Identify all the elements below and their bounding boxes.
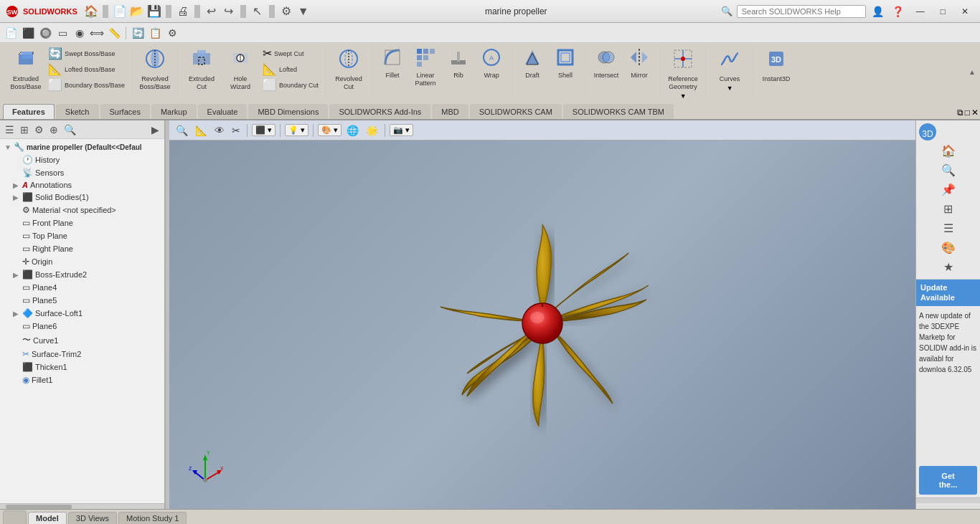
zoom-fit-icon[interactable]: 🔍 [174,123,190,138]
get-update-button[interactable]: Get the... [919,466,977,495]
tree-item-surface-loft1[interactable]: ▶ 🔷 Surface-Loft1 [1,307,163,320]
panel-settings-icon[interactable]: ⚙ [32,123,46,137]
right-panel-scrollbar[interactable] [916,497,980,503]
ribbon-linear-pattern[interactable]: LinearPattern [410,46,441,89]
right-panel-hscroll[interactable] [916,503,980,509]
toolbar-quick-access[interactable]: 🏠 📄 📂 💾 🖨 ↩ ↪ ↖ ⚙ ▼ [83,4,311,19]
print-icon[interactable]: 🖨 [175,4,191,19]
ref-geometry-dropdown[interactable]: ▼ [680,92,687,100]
ribbon-lofted-cut[interactable]: 📐 Lofted [260,62,321,77]
btab-motion-study[interactable]: Motion Study 1 [118,512,187,525]
tree-root-item[interactable]: ▼ 🔧 marine propeller (Default<<Defaul [1,140,163,153]
ribbon-lofted-boss[interactable]: 📐 Lofted Boss/Base [46,62,127,77]
ribbon-mirror[interactable]: Mirror [623,46,655,81]
ribbon-reference-geometry[interactable]: ReferenceGeometry [664,46,702,92]
root-expand-icon[interactable]: ▼ [4,143,11,151]
rp-icon-home[interactable]: 🏠 [919,142,977,160]
rp-icon-list[interactable]: ☰ [919,219,977,237]
help-icon[interactable]: ❓ [890,4,906,19]
tab-sketch[interactable]: Sketch [56,104,99,119]
panel-grid-icon[interactable]: ⊞ [18,123,31,137]
tree-item-fillet1[interactable]: ◉ Fillet1 [1,373,163,386]
tree-item-material[interactable]: ⚙ Material <not specified> [1,204,163,216]
tree-item-plane6[interactable]: ▭ Plane6 [1,320,163,333]
appearance-dropdown[interactable]: 🎨 ▾ [318,124,341,136]
open-icon[interactable]: 📂 [129,4,145,19]
tree-item-annotations[interactable]: ▶ A Annotations [1,179,163,191]
ribbon-revolved-cut[interactable]: RevolvedCut [330,46,367,92]
ribbon-boundary-boss[interactable]: ⬜ Boundary Boss/Base [46,77,127,92]
redo-icon[interactable]: ↪ [221,4,237,19]
tree-item-front-plane[interactable]: ▭ Front Plane [1,216,163,229]
mirror-icon[interactable]: ⟺ [89,25,105,41]
ribbon-hole-wizard[interactable]: HoleWizard [222,46,259,92]
ribbon-shell[interactable]: Shell [550,46,581,81]
tree-item-solid-bodies[interactable]: ▶ ⬛ Solid Bodies(1) [1,191,163,204]
3d-viewport[interactable]: 🔍 📐 👁 ✂ ⬛ ▾ 💡 ▾ 🎨 ▾ 🌐 🌟 📷 ▾ [169,120,915,509]
revolved-icon[interactable]: 🔘 [37,25,53,41]
options-icon[interactable]: ⚙ [278,4,294,19]
ribbon-revolved-boss[interactable]: RevolvedBoss/Base [136,46,174,92]
rp-icon-search[interactable]: 🔍 [919,161,977,179]
ribbon-wrap[interactable]: A Wrap [476,46,507,81]
rp-icon-bookmark[interactable]: 📌 [919,181,977,199]
home-icon[interactable]: 🏠 [83,4,99,19]
ribbon-extruded-boss-base[interactable]: ExtrudedBoss/Base [7,46,44,92]
tab-solidworks-cam[interactable]: SOLIDWORKS CAM [470,104,562,119]
panel-filter-icon[interactable]: ⊕ [47,123,60,137]
tab-solidworks-addins[interactable]: SOLIDWORKS Add-Ins [329,104,430,119]
rp-icon-grid[interactable]: ⊞ [919,200,977,218]
close-button[interactable]: ✕ [956,5,974,18]
tree-scroll-x[interactable] [0,503,164,509]
lighting-dropdown[interactable]: 💡 ▾ [285,124,308,136]
btab-empty[interactable] [3,510,27,524]
panel-search-icon[interactable]: 🔍 [62,123,78,137]
tree-item-right-plane[interactable]: ▭ Right Plane [1,242,163,255]
file-props-icon[interactable]: 📋 [147,25,163,41]
tree-item-history[interactable]: 🕐 History [1,153,163,166]
view-section-icon[interactable]: ✂ [230,123,242,138]
3d-model-view[interactable]: Y X Z [169,140,915,509]
ribbon-instant3d[interactable]: 3D Instant3D [758,46,795,85]
fillet-btn-icon[interactable]: ◉ [72,25,88,41]
tree-item-plane4[interactable]: ▭ Plane4 [1,281,163,294]
realview-icon[interactable]: 🌟 [364,123,380,138]
ref-plane-icon[interactable]: ▭ [55,25,70,41]
view-orient-icon[interactable]: 📐 [193,123,209,138]
display-dropdown[interactable]: 📷 ▾ [390,124,413,136]
tab-evaluate[interactable]: Evaluate [198,104,248,119]
minimize-button[interactable]: — [910,5,930,18]
tab-close-icon[interactable]: ✕ [971,108,979,118]
tree-item-origin[interactable]: ✛ Origin [1,255,163,268]
btab-model[interactable]: Model [28,512,67,525]
ribbon-swept-boss[interactable]: 🔄 Swept Boss/Base [46,46,127,61]
curves-dropdown[interactable]: ▼ [727,85,733,92]
tree-item-plane5[interactable]: ▭ Plane5 [1,294,163,307]
options-btn-icon[interactable]: ⚙ [164,25,180,41]
tab-mbd-dimensions[interactable]: MBD Dimensions [248,104,328,119]
tab-markup[interactable]: Markup [151,104,197,119]
new-icon[interactable]: 📄 [112,4,128,19]
ribbon-curves[interactable]: Curves [711,46,748,85]
tree-item-sensors[interactable]: 📡 Sensors [1,166,163,179]
extrude-icon[interactable]: ⬛ [20,25,36,41]
select-icon[interactable]: ↖ [250,4,265,19]
ribbon-draft[interactable]: Draft [517,46,548,81]
ribbon-extruded-cut[interactable]: ExtrudedCut [183,46,220,92]
view-style-dropdown[interactable]: ⬛ ▾ [252,124,275,136]
new-doc-icon[interactable]: 📄 [3,25,19,41]
tab-restore-icon[interactable]: ⧉ [957,108,963,118]
search-input[interactable] [737,5,866,18]
ribbon-boundary-cut[interactable]: ⬜ Boundary Cut [260,77,321,92]
tree-item-surface-trim2[interactable]: ✂ Surface-Trim2 [1,348,163,361]
tab-float-icon[interactable]: □ [965,108,970,118]
maximize-button[interactable]: □ [935,5,951,18]
ribbon-intersect[interactable]: Intersect [590,46,622,81]
view-hidden-icon[interactable]: 👁 [212,123,227,138]
panel-arrow-icon[interactable]: ▶ [149,123,161,137]
ribbon-fillet[interactable]: Fillet [377,46,408,81]
tab-mbd[interactable]: MBD [432,104,468,119]
tree-item-boss-extrude2[interactable]: ▶ ⬛ Boss-Extrude2 [1,268,163,281]
caret-icon[interactable]: ▼ [296,4,311,19]
ribbon-rib[interactable]: Rib [443,46,474,81]
